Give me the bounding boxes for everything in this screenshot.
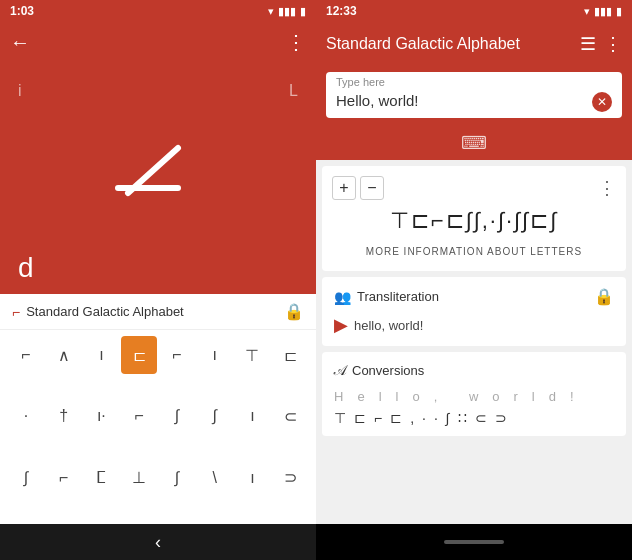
input-area: Type here Hello, world! ✕	[316, 66, 632, 132]
left-bottom-nav: ‹	[0, 524, 316, 560]
conversion-latin-w: w	[469, 389, 484, 404]
keyboard-header: ⌐ Standard Galactic Alphabet 🔒	[0, 294, 316, 330]
right-title: Standard Galactic Alphabet	[326, 35, 580, 53]
zoom-out-button[interactable]: −	[360, 176, 384, 200]
symbol-display-card: + − ⋮ ⊤⊏⌐⊏∫∫,·∫·∫∫⊏∫ MORE INFORMATION AB…	[322, 166, 626, 271]
right-signal-icon: ▮▮▮	[594, 5, 612, 18]
top-bar-icons: ☰ ⋮	[580, 33, 622, 55]
menu-button[interactable]: ⋮	[286, 30, 306, 54]
transliteration-header: 👥 Transliteration 🔒	[334, 287, 614, 306]
conversion-latin-o2: o	[492, 389, 505, 404]
conversion-latin-excl: !	[570, 389, 580, 404]
conversion-latin-space	[451, 389, 461, 404]
transliteration-icon: 👥	[334, 289, 351, 305]
left-signal-icon: ▮▮▮	[278, 5, 296, 18]
galactic-comma: ,	[410, 410, 418, 426]
conversion-latin-o: o	[412, 389, 425, 404]
key-4-highlighted[interactable]: ⊏	[121, 336, 157, 374]
input-placeholder: Type here	[336, 76, 385, 88]
keyboard-toggle-icon[interactable]: ⌨	[461, 132, 487, 154]
right-battery-icon: ▮	[616, 5, 622, 18]
key-9[interactable]: ·	[8, 397, 44, 435]
key-24[interactable]: ⊃	[272, 459, 308, 497]
play-button[interactable]: ▶ hello, world!	[334, 314, 614, 336]
left-letter-i: i	[18, 82, 22, 100]
zoom-controls: + −	[332, 176, 384, 200]
conversion-latin-row: H e l l o , w o r l d !	[334, 389, 614, 404]
galactic-rt: ⊃	[495, 410, 511, 426]
left-wifi-icon: ▾	[268, 5, 274, 18]
left-panel: 1:03 ▾ ▮▮▮ ▮ ← ⋮ i L d ⌐ Standard Galact…	[0, 0, 316, 560]
key-2[interactable]: ∧	[46, 336, 82, 374]
transliteration-label-text: Transliteration	[357, 289, 439, 304]
key-22[interactable]: \	[197, 459, 233, 497]
galactic-L2: ⊏	[390, 410, 406, 426]
left-status-time: 1:03	[10, 4, 34, 18]
play-text: hello, world!	[354, 318, 423, 333]
conversion-latin-e: e	[357, 389, 370, 404]
transliteration-card: 👥 Transliteration 🔒 ▶ hello, world!	[322, 277, 626, 346]
key-6[interactable]: ı	[197, 336, 233, 374]
keyboard-header-title: Standard Galactic Alphabet	[26, 304, 278, 319]
key-12[interactable]: ⌐	[121, 397, 157, 435]
right-status-time: 12:33	[326, 4, 357, 18]
conversions-card: 𝒜 Conversions H e l l o , w o r l d ! ⊤ …	[322, 352, 626, 436]
key-20[interactable]: ⊥	[121, 459, 157, 497]
key-1[interactable]: ⌐	[8, 336, 44, 374]
left-battery-icon: ▮	[300, 5, 306, 18]
left-status-bar: 1:03 ▾ ▮▮▮ ▮	[0, 0, 316, 22]
galactic-dot: ·	[422, 410, 430, 426]
overflow-menu-icon[interactable]: ⋮	[604, 33, 622, 55]
back-button[interactable]: ←	[10, 31, 30, 54]
input-clear-button[interactable]: ✕	[592, 92, 612, 112]
key-13[interactable]: ∫	[159, 397, 195, 435]
keyboard-lock-icon: 🔒	[284, 302, 304, 321]
conversion-latin-d: d	[549, 389, 562, 404]
zoom-in-button[interactable]: +	[332, 176, 356, 200]
main-galactic-symbol	[98, 138, 218, 218]
play-icon: ▶	[334, 314, 348, 336]
key-18[interactable]: ⌐	[46, 459, 82, 497]
keyboard-grid: ⌐ ∧ ı ⊏ ⌐ ı ⊤ ⊏ · † ı· ⌐ ∫ ∫ ı ⊂ ∫ ⌐ ⵎ ⊥…	[0, 330, 316, 524]
key-8[interactable]: ⊏	[272, 336, 308, 374]
input-box[interactable]: Type here Hello, world! ✕	[326, 72, 622, 118]
key-3[interactable]: ı	[84, 336, 120, 374]
galactic-text-display: ⊤⊏⌐⊏∫∫,·∫·∫∫⊏∫	[390, 208, 558, 234]
key-23[interactable]: ı	[235, 459, 271, 497]
right-top-bar: Standard Galactic Alphabet ☰ ⋮	[316, 22, 632, 66]
symbol-card-menu[interactable]: ⋮	[598, 177, 616, 199]
keyboard-header-symbol: ⌐	[12, 304, 20, 320]
galactic-V: ∫	[446, 410, 454, 426]
more-info-button[interactable]: MORE INFORMATION ABOUT LETTERS	[366, 242, 582, 261]
key-11[interactable]: ı·	[84, 397, 120, 435]
left-letter-d: d	[18, 252, 34, 284]
left-keyboard-panel: ⌐ Standard Galactic Alphabet 🔒 ⌐ ∧ ı ⊏ ⌐…	[0, 294, 316, 524]
key-16[interactable]: ⊂	[272, 397, 308, 435]
right-status-bar: 12:33 ▾ ▮▮▮ ▮	[316, 0, 632, 22]
key-15[interactable]: ı	[235, 397, 271, 435]
galactic-E: ⊏	[354, 410, 370, 426]
conversion-latin-l1: l	[379, 389, 388, 404]
right-bottom-nav	[316, 524, 632, 560]
key-21[interactable]: ∫	[159, 459, 195, 497]
conversions-label: 𝒜 Conversions	[334, 362, 614, 379]
left-top-bar: ← ⋮	[0, 22, 316, 62]
right-status-icons: ▾ ▮▮▮ ▮	[584, 5, 622, 18]
conversion-latin-l2: l	[396, 389, 405, 404]
left-nav-chevron[interactable]: ‹	[155, 532, 161, 553]
symbol-display-top: + − ⋮	[332, 176, 616, 200]
key-7[interactable]: ⊤	[235, 336, 271, 374]
right-panel: 12:33 ▾ ▮▮▮ ▮ Standard Galactic Alphabet…	[316, 0, 632, 560]
key-14[interactable]: ∫	[197, 397, 233, 435]
left-letter-L: L	[289, 82, 298, 100]
list-icon[interactable]: ☰	[580, 33, 596, 55]
key-17[interactable]: ∫	[8, 459, 44, 497]
conversion-latin-comma: ,	[434, 389, 444, 404]
conversion-latin-r: r	[514, 389, 524, 404]
conversion-latin-H: H	[334, 389, 349, 404]
key-19[interactable]: ⵎ	[84, 459, 120, 497]
home-indicator[interactable]	[444, 540, 504, 544]
key-10[interactable]: †	[46, 397, 82, 435]
key-5[interactable]: ⌐	[159, 336, 195, 374]
left-main-display: i L d	[0, 62, 316, 294]
